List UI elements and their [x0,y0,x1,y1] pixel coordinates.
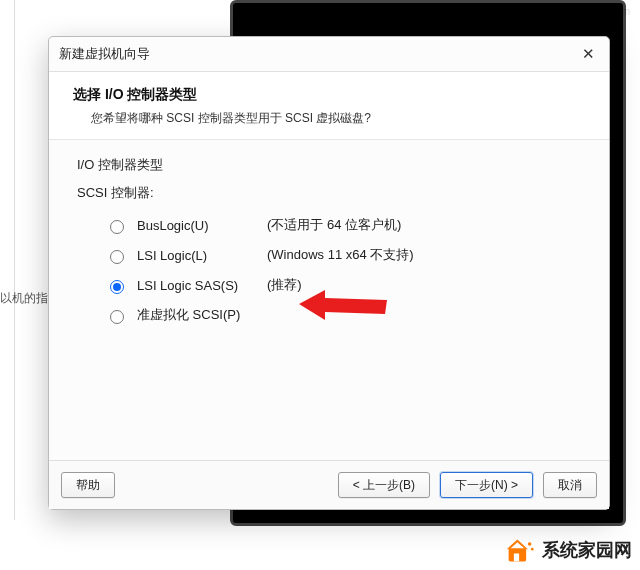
radio-pvscsi[interactable] [110,310,124,324]
left-edge-strip [0,0,15,520]
svg-marker-2 [507,540,528,550]
dialog-footer: 帮助 < 上一步(B) 下一步(N) > 取消 [49,460,609,509]
radio-buslogic[interactable] [110,220,124,234]
radio-row-pvscsi[interactable]: 准虚拟化 SCSI(P) [105,300,581,330]
svg-point-5 [531,548,534,551]
dialog-body: I/O 控制器类型 SCSI 控制器: BusLogic(U) (不适用于 64… [49,140,609,330]
svg-rect-3 [514,554,519,562]
radio-lsisas[interactable] [110,280,124,294]
radio-label-lsilogic: LSI Logic(L) [137,248,257,263]
titlebar: 新建虚拟机向导 ✕ [49,37,609,72]
left-cropped-text: 以机的指 [0,290,48,307]
watermark: 系统家园网 [506,536,632,564]
scsi-controller-label: SCSI 控制器: [77,184,581,202]
dialog-title: 新建虚拟机向导 [59,45,150,63]
watermark-text: 系统家园网 [542,538,632,562]
close-icon[interactable]: ✕ [577,43,599,65]
house-icon [506,536,534,564]
radio-hint-buslogic: (不适用于 64 位客户机) [267,216,401,234]
radio-row-buslogic[interactable]: BusLogic(U) (不适用于 64 位客户机) [105,210,581,240]
scsi-radio-group: BusLogic(U) (不适用于 64 位客户机) LSI Logic(L) … [77,210,581,330]
radio-hint-lsisas: (推荐) [267,276,302,294]
dialog-header: 选择 I/O 控制器类型 您希望将哪种 SCSI 控制器类型用于 SCSI 虚拟… [49,72,609,140]
radio-lsilogic[interactable] [110,250,124,264]
radio-hint-lsilogic: (Windows 11 x64 不支持) [267,246,414,264]
back-button[interactable]: < 上一步(B) [338,472,430,498]
radio-label-buslogic: BusLogic(U) [137,218,257,233]
radio-label-lsisas: LSI Logic SAS(S) [137,278,257,293]
watermark-url: hnzxhbsb.com [566,6,630,17]
wizard-dialog: 新建虚拟机向导 ✕ 选择 I/O 控制器类型 您希望将哪种 SCSI 控制器类型… [48,36,610,510]
help-button[interactable]: 帮助 [61,472,115,498]
header-subtitle: 您希望将哪种 SCSI 控制器类型用于 SCSI 虚拟磁盘? [73,110,585,127]
radio-row-lsisas[interactable]: LSI Logic SAS(S) (推荐) [105,270,581,300]
svg-point-4 [528,542,532,546]
header-title: 选择 I/O 控制器类型 [73,86,585,104]
radio-label-pvscsi: 准虚拟化 SCSI(P) [137,306,257,324]
cancel-button[interactable]: 取消 [543,472,597,498]
radio-row-lsilogic[interactable]: LSI Logic(L) (Windows 11 x64 不支持) [105,240,581,270]
io-controller-section-title: I/O 控制器类型 [77,156,581,174]
next-button[interactable]: 下一步(N) > [440,472,533,498]
